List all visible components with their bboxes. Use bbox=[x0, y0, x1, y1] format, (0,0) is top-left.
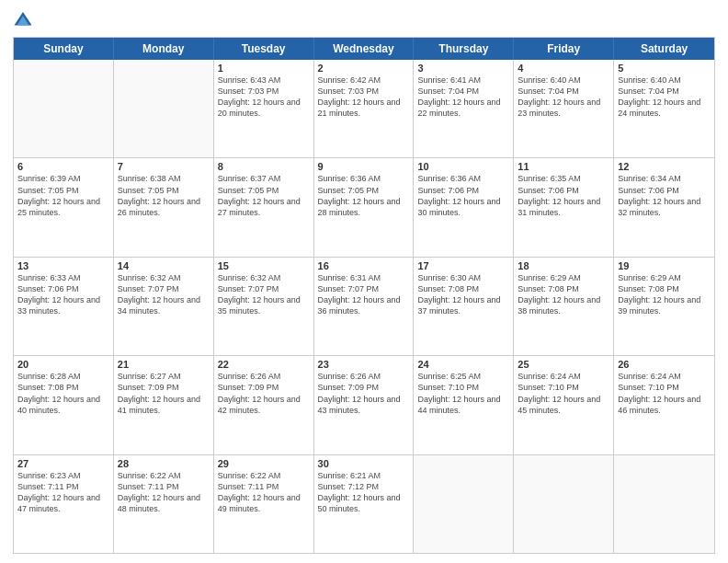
calendar-cell: 24Sunrise: 6:25 AM Sunset: 7:10 PM Dayli… bbox=[414, 356, 514, 454]
header-day-tuesday: Tuesday bbox=[214, 38, 314, 60]
calendar-header: SundayMondayTuesdayWednesdayThursdayFrid… bbox=[14, 38, 714, 60]
day-number: 21 bbox=[118, 359, 210, 370]
day-number: 7 bbox=[118, 161, 210, 172]
day-number: 26 bbox=[618, 359, 711, 370]
day-number: 16 bbox=[318, 260, 410, 271]
header-day-sunday: Sunday bbox=[14, 38, 114, 60]
day-number: 6 bbox=[17, 161, 109, 172]
calendar-cell: 4Sunrise: 6:40 AM Sunset: 7:04 PM Daylig… bbox=[514, 60, 614, 157]
calendar-cell bbox=[114, 60, 214, 157]
calendar-cell: 28Sunrise: 6:22 AM Sunset: 7:11 PM Dayli… bbox=[114, 455, 214, 553]
calendar-cell bbox=[614, 455, 714, 553]
day-info: Sunrise: 6:26 AM Sunset: 7:09 PM Dayligh… bbox=[218, 371, 310, 416]
calendar-row-3: 20Sunrise: 6:28 AM Sunset: 7:08 PM Dayli… bbox=[14, 355, 714, 454]
calendar-cell bbox=[514, 455, 614, 553]
day-number: 23 bbox=[318, 359, 410, 370]
day-info: Sunrise: 6:26 AM Sunset: 7:09 PM Dayligh… bbox=[318, 371, 410, 416]
day-info: Sunrise: 6:28 AM Sunset: 7:08 PM Dayligh… bbox=[17, 371, 109, 416]
day-info: Sunrise: 6:36 AM Sunset: 7:05 PM Dayligh… bbox=[318, 173, 410, 218]
page: SundayMondayTuesdayWednesdayThursdayFrid… bbox=[0, 0, 728, 563]
calendar-cell: 5Sunrise: 6:40 AM Sunset: 7:04 PM Daylig… bbox=[614, 60, 714, 157]
day-info: Sunrise: 6:32 AM Sunset: 7:07 PM Dayligh… bbox=[218, 272, 310, 317]
calendar-cell: 3Sunrise: 6:41 AM Sunset: 7:04 PM Daylig… bbox=[414, 60, 514, 157]
day-number: 14 bbox=[118, 260, 210, 271]
day-number: 17 bbox=[417, 260, 509, 271]
calendar-cell: 19Sunrise: 6:29 AM Sunset: 7:08 PM Dayli… bbox=[614, 258, 714, 355]
header-day-friday: Friday bbox=[514, 38, 614, 60]
day-info: Sunrise: 6:31 AM Sunset: 7:07 PM Dayligh… bbox=[318, 272, 410, 317]
day-number: 28 bbox=[118, 458, 210, 469]
day-info: Sunrise: 6:43 AM Sunset: 7:03 PM Dayligh… bbox=[218, 75, 310, 120]
calendar-row-0: 1Sunrise: 6:43 AM Sunset: 7:03 PM Daylig… bbox=[14, 60, 714, 157]
day-info: Sunrise: 6:38 AM Sunset: 7:05 PM Dayligh… bbox=[118, 173, 210, 218]
day-info: Sunrise: 6:34 AM Sunset: 7:06 PM Dayligh… bbox=[618, 173, 711, 218]
calendar-cell: 1Sunrise: 6:43 AM Sunset: 7:03 PM Daylig… bbox=[214, 60, 314, 157]
day-info: Sunrise: 6:21 AM Sunset: 7:12 PM Dayligh… bbox=[318, 470, 410, 515]
day-number: 19 bbox=[618, 260, 711, 271]
day-number: 11 bbox=[518, 161, 609, 172]
day-number: 13 bbox=[17, 260, 109, 271]
day-info: Sunrise: 6:29 AM Sunset: 7:08 PM Dayligh… bbox=[518, 272, 609, 317]
calendar-cell: 6Sunrise: 6:39 AM Sunset: 7:05 PM Daylig… bbox=[14, 158, 114, 256]
day-info: Sunrise: 6:30 AM Sunset: 7:08 PM Dayligh… bbox=[417, 272, 509, 317]
day-number: 25 bbox=[518, 359, 609, 370]
calendar-row-4: 27Sunrise: 6:23 AM Sunset: 7:11 PM Dayli… bbox=[14, 454, 714, 553]
calendar-cell: 7Sunrise: 6:38 AM Sunset: 7:05 PM Daylig… bbox=[114, 158, 214, 256]
day-number: 15 bbox=[218, 260, 310, 271]
day-info: Sunrise: 6:24 AM Sunset: 7:10 PM Dayligh… bbox=[618, 371, 711, 416]
calendar-cell: 12Sunrise: 6:34 AM Sunset: 7:06 PM Dayli… bbox=[614, 158, 714, 256]
day-number: 1 bbox=[218, 63, 310, 74]
calendar-row-2: 13Sunrise: 6:33 AM Sunset: 7:06 PM Dayli… bbox=[14, 257, 714, 355]
calendar-cell: 8Sunrise: 6:37 AM Sunset: 7:05 PM Daylig… bbox=[214, 158, 314, 256]
day-info: Sunrise: 6:36 AM Sunset: 7:06 PM Dayligh… bbox=[417, 173, 509, 218]
calendar-cell: 13Sunrise: 6:33 AM Sunset: 7:06 PM Dayli… bbox=[14, 258, 114, 355]
calendar-cell: 11Sunrise: 6:35 AM Sunset: 7:06 PM Dayli… bbox=[514, 158, 614, 256]
day-number: 20 bbox=[17, 359, 109, 370]
header-day-thursday: Thursday bbox=[414, 38, 514, 60]
calendar-cell: 18Sunrise: 6:29 AM Sunset: 7:08 PM Dayli… bbox=[514, 258, 614, 355]
day-number: 12 bbox=[618, 161, 711, 172]
day-number: 10 bbox=[417, 161, 509, 172]
day-number: 24 bbox=[417, 359, 509, 370]
calendar: SundayMondayTuesdayWednesdayThursdayFrid… bbox=[13, 37, 715, 554]
calendar-cell bbox=[414, 455, 514, 553]
calendar-cell: 26Sunrise: 6:24 AM Sunset: 7:10 PM Dayli… bbox=[614, 356, 714, 454]
day-info: Sunrise: 6:33 AM Sunset: 7:06 PM Dayligh… bbox=[17, 272, 109, 317]
day-info: Sunrise: 6:32 AM Sunset: 7:07 PM Dayligh… bbox=[118, 272, 210, 317]
day-info: Sunrise: 6:42 AM Sunset: 7:03 PM Dayligh… bbox=[318, 75, 410, 120]
day-number: 22 bbox=[218, 359, 310, 370]
day-info: Sunrise: 6:35 AM Sunset: 7:06 PM Dayligh… bbox=[518, 173, 609, 218]
day-number: 29 bbox=[218, 458, 310, 469]
day-number: 30 bbox=[318, 458, 410, 469]
calendar-cell: 2Sunrise: 6:42 AM Sunset: 7:03 PM Daylig… bbox=[314, 60, 415, 157]
day-info: Sunrise: 6:24 AM Sunset: 7:10 PM Dayligh… bbox=[518, 371, 609, 416]
day-number: 9 bbox=[318, 161, 410, 172]
calendar-row-1: 6Sunrise: 6:39 AM Sunset: 7:05 PM Daylig… bbox=[14, 157, 714, 256]
day-number: 2 bbox=[318, 63, 410, 74]
calendar-cell: 10Sunrise: 6:36 AM Sunset: 7:06 PM Dayli… bbox=[414, 158, 514, 256]
logo-icon bbox=[13, 9, 33, 29]
day-info: Sunrise: 6:29 AM Sunset: 7:08 PM Dayligh… bbox=[618, 272, 711, 317]
calendar-cell bbox=[14, 60, 114, 157]
day-info: Sunrise: 6:25 AM Sunset: 7:10 PM Dayligh… bbox=[417, 371, 509, 416]
calendar-cell: 14Sunrise: 6:32 AM Sunset: 7:07 PM Dayli… bbox=[114, 258, 214, 355]
day-info: Sunrise: 6:22 AM Sunset: 7:11 PM Dayligh… bbox=[118, 470, 210, 515]
day-number: 5 bbox=[618, 63, 711, 74]
calendar-cell: 16Sunrise: 6:31 AM Sunset: 7:07 PM Dayli… bbox=[314, 258, 415, 355]
day-info: Sunrise: 6:41 AM Sunset: 7:04 PM Dayligh… bbox=[417, 75, 509, 120]
day-info: Sunrise: 6:27 AM Sunset: 7:09 PM Dayligh… bbox=[118, 371, 210, 416]
calendar-cell: 21Sunrise: 6:27 AM Sunset: 7:09 PM Dayli… bbox=[114, 356, 214, 454]
calendar-cell: 25Sunrise: 6:24 AM Sunset: 7:10 PM Dayli… bbox=[514, 356, 614, 454]
calendar-cell: 17Sunrise: 6:30 AM Sunset: 7:08 PM Dayli… bbox=[414, 258, 514, 355]
day-info: Sunrise: 6:39 AM Sunset: 7:05 PM Dayligh… bbox=[17, 173, 109, 218]
calendar-cell: 20Sunrise: 6:28 AM Sunset: 7:08 PM Dayli… bbox=[14, 356, 114, 454]
day-info: Sunrise: 6:22 AM Sunset: 7:11 PM Dayligh… bbox=[218, 470, 310, 515]
header-day-wednesday: Wednesday bbox=[314, 38, 415, 60]
day-info: Sunrise: 6:40 AM Sunset: 7:04 PM Dayligh… bbox=[618, 75, 711, 120]
calendar-cell: 27Sunrise: 6:23 AM Sunset: 7:11 PM Dayli… bbox=[14, 455, 114, 553]
day-number: 27 bbox=[17, 458, 109, 469]
calendar-cell: 23Sunrise: 6:26 AM Sunset: 7:09 PM Dayli… bbox=[314, 356, 415, 454]
day-info: Sunrise: 6:40 AM Sunset: 7:04 PM Dayligh… bbox=[518, 75, 609, 120]
calendar-cell: 15Sunrise: 6:32 AM Sunset: 7:07 PM Dayli… bbox=[214, 258, 314, 355]
day-info: Sunrise: 6:37 AM Sunset: 7:05 PM Dayligh… bbox=[218, 173, 310, 218]
